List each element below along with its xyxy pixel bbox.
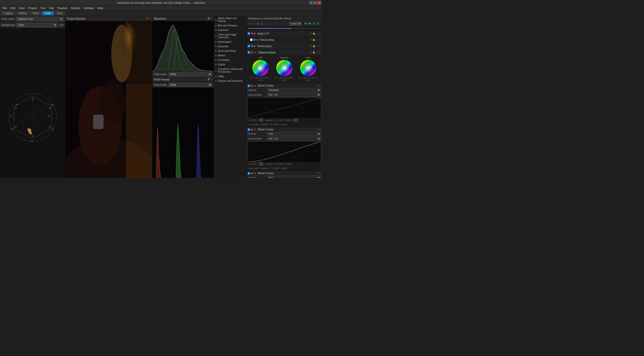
- rgb-mode-select[interactable]: White: [168, 83, 212, 87]
- menu-view[interactable]: View: [17, 6, 26, 10]
- minimize-button[interactable]: —: [309, 1, 313, 5]
- lgg-del-icon[interactable]: ✕: [319, 51, 321, 54]
- effect-roto1-expand[interactable]: ▶: [257, 38, 258, 41]
- waveform-close-icon[interactable]: ×: [211, 17, 212, 20]
- menu-tool[interactable]: Tool: [39, 6, 47, 10]
- menu-project[interactable]: Project: [27, 6, 38, 10]
- roto2-eye-icon[interactable]: 👁: [310, 45, 312, 47]
- effect-lock-icon[interactable]: 🔒: [312, 32, 315, 35]
- rgb-pin-icon[interactable]: 📌: [207, 78, 210, 81]
- monitor-settings-icon[interactable]: ⚙: [146, 17, 148, 20]
- bezier1-reset-btn[interactable]: ↺: [259, 118, 263, 122]
- effect-remove-btn[interactable]: −: [252, 22, 255, 26]
- effect-roto1-toggle[interactable]: [250, 38, 253, 41]
- effect-up-icon[interactable]: ↑: [316, 32, 317, 35]
- category-utility[interactable]: ▶ Utility: [214, 74, 246, 79]
- gain-wheel[interactable]: [300, 60, 316, 76]
- roto2-lock-icon[interactable]: 🔒: [312, 45, 315, 47]
- bezier2-eye-icon[interactable]: 👁: [316, 128, 318, 131]
- effect-lgg-expand[interactable]: ▼: [254, 51, 256, 54]
- bezier2-channel-select[interactable]: Red: [267, 132, 321, 136]
- lgg-down-icon[interactable]: ↓: [317, 51, 319, 54]
- lgg-up-icon[interactable]: ↑: [316, 51, 317, 54]
- category-grain[interactable]: ▶ Grain and Noise: [214, 49, 246, 53]
- bezier1-canvas[interactable]: [248, 98, 321, 118]
- category-onmaster[interactable]: ▶ On Master: [214, 58, 246, 62]
- roto2-up-icon[interactable]: ↑: [316, 45, 317, 47]
- bezier3-toggle[interactable]: [248, 172, 250, 175]
- monitor-close-icon[interactable]: ×: [149, 17, 151, 20]
- category-transform[interactable]: ▶ Transform, Distort and Perspective: [214, 67, 246, 74]
- bezier1-toggle[interactable]: [248, 85, 250, 87]
- effect-add-btn[interactable]: +: [248, 22, 251, 26]
- menu-settings[interactable]: Settings: [82, 6, 96, 10]
- effect-eye-icon[interactable]: 👁: [310, 32, 312, 35]
- waveform-mode-select[interactable]: White: [168, 72, 212, 76]
- category-color[interactable]: ▶ Color and Image correction: [214, 32, 246, 40]
- keyframe-track[interactable]: [248, 28, 320, 29]
- menu-timeline[interactable]: Timeline: [56, 6, 69, 10]
- tab-logging[interactable]: Logging: [1, 11, 16, 15]
- bezier1-channel-select[interactable]: Saturation: [267, 88, 321, 92]
- roto1-del-icon[interactable]: ✕: [319, 38, 321, 41]
- bezier1-h1-reset[interactable]: ↺: [294, 118, 298, 122]
- roto1-down-icon[interactable]: ↓: [317, 38, 319, 41]
- bezier3-expand[interactable]: ▼: [254, 172, 256, 175]
- bezier2-canvas[interactable]: [248, 141, 321, 162]
- bg-select[interactable]: None: [16, 23, 57, 27]
- menu-clip[interactable]: Clip: [48, 6, 55, 10]
- bezier1-expand[interactable]: ▼: [254, 85, 256, 87]
- effect-expand-icon[interactable]: ▶: [254, 32, 256, 35]
- bezier2-del-icon[interactable]: ✕: [319, 128, 321, 131]
- category-deprecated[interactable]: ▶ Deprecated: [214, 40, 246, 44]
- category-generate[interactable]: ▶ Generate: [214, 44, 246, 49]
- paint-mode-select[interactable]: Original Color: [16, 17, 64, 21]
- tab-color[interactable]: Color: [42, 11, 54, 15]
- effect-down-btn[interactable]: ↓: [269, 22, 272, 26]
- roto1-lock-icon[interactable]: 🔒: [312, 38, 315, 41]
- category-volume[interactable]: ▶ Volume and Dynamics: [214, 79, 246, 83]
- tab-editing[interactable]: Editing: [16, 11, 29, 15]
- bezier1-eye-icon[interactable]: 👁: [316, 85, 318, 87]
- effect-roto2-expand[interactable]: ▶: [254, 45, 256, 47]
- bezier1-del-icon[interactable]: ✕: [319, 85, 321, 87]
- waveform-pin-icon[interactable]: 📌: [207, 17, 210, 20]
- category-stylize[interactable]: ▶ Stylize: [214, 62, 246, 67]
- category-blur[interactable]: ▶ Blur and Sharpen: [214, 23, 246, 28]
- bezier3-eye-icon[interactable]: 👁: [316, 172, 318, 175]
- roto1-up-icon[interactable]: ↑: [316, 38, 317, 41]
- interp-select[interactable]: Linear: [289, 22, 302, 26]
- effect-apply-lut-toggle[interactable]: [248, 32, 250, 35]
- bezier2-expand[interactable]: ▼: [254, 128, 256, 131]
- tab-roto[interactable]: Roto: [54, 11, 65, 15]
- menu-monitor[interactable]: Monitor: [70, 6, 82, 10]
- effect-lgg-toggle[interactable]: [248, 51, 250, 54]
- bezier2-toggle[interactable]: [248, 128, 250, 131]
- category-channels[interactable]: ▶ Channels: [214, 28, 246, 32]
- close-button[interactable]: ×: [317, 1, 321, 5]
- bezier2-luma-select[interactable]: Rec. 709: [267, 137, 321, 141]
- menu-edit[interactable]: Edit: [9, 6, 17, 10]
- menu-help[interactable]: Help: [96, 6, 105, 10]
- tab-audio[interactable]: Audio: [30, 11, 42, 15]
- effect-paste-btn[interactable]: ⎙: [260, 22, 264, 26]
- lift-wheel[interactable]: [252, 60, 269, 76]
- category-motion[interactable]: ▶ Motion: [214, 53, 246, 58]
- lgg-lock-icon[interactable]: 🔒: [312, 51, 315, 54]
- bezier3-channel-select[interactable]: Blue: [267, 176, 321, 178]
- category-alpha[interactable]: ▶ Alpha, Mask and Keying: [214, 16, 246, 23]
- lgg-eye-icon[interactable]: 👁: [310, 51, 312, 54]
- effect-down-icon[interactable]: ↓: [317, 32, 319, 35]
- effect-copy-btn[interactable]: ⎘: [256, 22, 260, 26]
- effect-roto2-toggle[interactable]: [248, 45, 250, 47]
- roto1-eye-icon[interactable]: 👁: [310, 38, 312, 41]
- rgb-close-icon[interactable]: ×: [211, 78, 212, 81]
- menu-file[interactable]: File: [1, 6, 9, 10]
- bezier2-reset-btn[interactable]: ↺: [259, 162, 263, 166]
- maximize-button[interactable]: □: [313, 1, 317, 5]
- bezier3-del-icon[interactable]: ✕: [319, 172, 321, 175]
- bezier1-luma-select[interactable]: Rec. 709: [267, 93, 321, 97]
- effect-up-btn[interactable]: ↑: [265, 22, 268, 26]
- effect-del-icon[interactable]: ✕: [319, 32, 321, 35]
- gamma-wheel[interactable]: [276, 60, 293, 76]
